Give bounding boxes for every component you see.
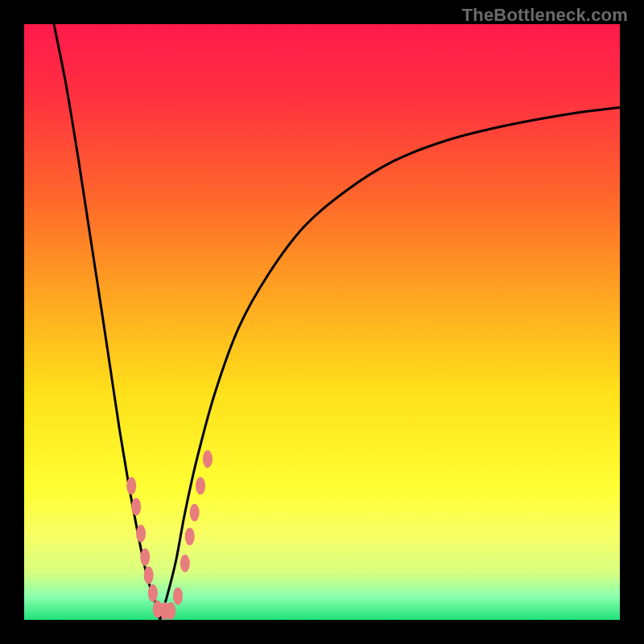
data-marker xyxy=(166,602,175,620)
bottleneck-chart xyxy=(24,24,620,620)
data-marker xyxy=(148,584,158,602)
data-marker xyxy=(180,555,190,572)
data-marker xyxy=(131,497,141,515)
data-marker xyxy=(136,525,146,543)
data-marker xyxy=(173,587,183,605)
gradient-background xyxy=(24,24,620,620)
data-marker xyxy=(185,527,195,545)
data-marker xyxy=(203,450,213,468)
data-marker xyxy=(140,548,150,566)
data-marker xyxy=(190,504,200,522)
watermark-text: TheBottleneck.com xyxy=(462,5,628,26)
data-marker xyxy=(196,477,205,495)
chart-frame: TheBottleneck.com xyxy=(0,0,644,644)
data-marker xyxy=(126,477,136,495)
data-marker xyxy=(144,567,154,584)
